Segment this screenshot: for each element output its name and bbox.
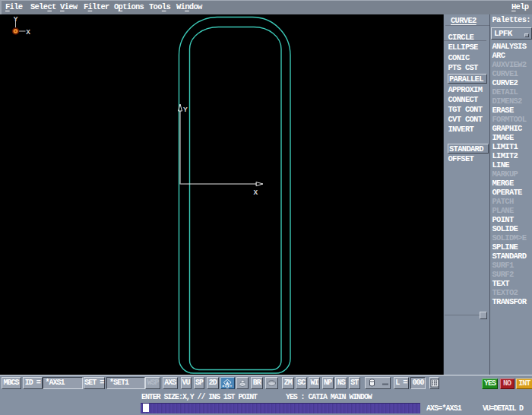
svg-text:Y: Y <box>14 15 18 24</box>
svg-text:X: X <box>254 188 258 197</box>
svg-text:EXIT: EXIT <box>223 384 233 388</box>
svg-text:X: X <box>26 28 30 36</box>
svg-text:Y: Y <box>183 106 188 114</box>
